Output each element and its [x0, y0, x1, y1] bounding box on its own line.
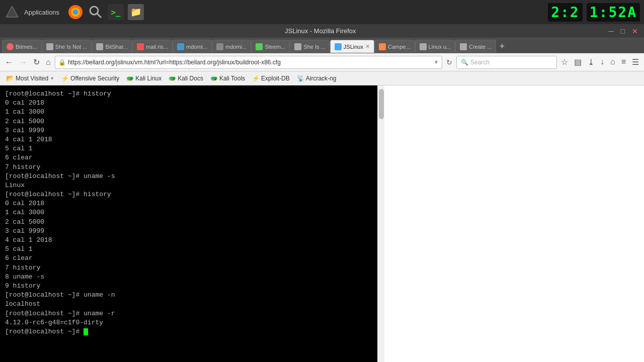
terminal-line: localhost: [5, 300, 372, 309]
search-placeholder: Search: [470, 59, 490, 66]
terminal-line: [root@localhost ~]# uname -n: [5, 291, 372, 300]
os-logo[interactable]: [4, 4, 20, 20]
svg-marker-0: [6, 6, 18, 17]
scrollbar[interactable]: [377, 85, 384, 362]
bookmarks-bar: 📂 Most Visited ▼ ⚡ Offensive Security 🐲 …: [0, 71, 644, 85]
terminal-line: 1 cal 3000: [5, 108, 372, 117]
minimize-button[interactable]: ─: [607, 27, 616, 35]
url-bar[interactable]: 🔒 https://bellard.org/jslinux/vm.html?ur…: [55, 56, 442, 69]
tab-campe[interactable]: Campe...: [374, 40, 415, 53]
apps-label[interactable]: Applications: [24, 9, 59, 16]
bookmark-kali-docs-label: Kali Docs: [178, 75, 203, 82]
search-bar[interactable]: 🔍 Search: [456, 56, 557, 69]
browser-content: [root@localhost ~]# history 0 cal 2018 1…: [0, 85, 644, 362]
pocket-icon[interactable]: ⤓: [586, 56, 596, 68]
svg-point-4: [90, 7, 98, 15]
terminal-line: [root@localhost ~]#: [5, 327, 372, 336]
bookmark-exploit-db[interactable]: ⚡ Exploit-DB: [249, 74, 293, 83]
terminal-line: 5 cal 1: [5, 245, 372, 254]
tab-bar: Bitmes... She Is Not ... BitShar... mail…: [0, 38, 644, 53]
tab-mail-ris[interactable]: mail.ris...: [132, 40, 173, 53]
terminal-line: 2 cal 5000: [5, 218, 372, 227]
titlebar-controls: ─ □ ✕: [607, 27, 640, 35]
menu-icon[interactable]: ☰: [630, 56, 641, 68]
terminal-line: 8 uname -s: [5, 273, 372, 282]
ssl-lock-icon: 🔒: [58, 59, 66, 66]
bookmark-most-visited[interactable]: 📂 Most Visited ▼: [3, 73, 57, 83]
address-bar: ← → ↻ ⌂ 🔒 https://bellard.org/jslinux/vm…: [0, 53, 644, 71]
reload-button[interactable]: ↻: [31, 57, 42, 67]
terminal-line: 4 cal 1 2018: [5, 135, 372, 144]
terminal-line: 2 cal 5000: [5, 117, 372, 126]
terminal-line: 1 cal 3000: [5, 208, 372, 217]
terminal-line: 3 cal 9999: [5, 227, 372, 236]
tab-bitmes[interactable]: Bitmes...: [2, 40, 42, 53]
search-icon: 🔍: [461, 59, 468, 66]
url-text: https://bellard.org/jslinux/vm.html?url=…: [68, 59, 432, 66]
terminal-line: 7 history: [5, 163, 372, 172]
terminal-line: [root@localhost ~]# uname -r: [5, 309, 372, 318]
download-icon[interactable]: ↓: [598, 56, 606, 68]
bookmark-kali-tools[interactable]: 🐲 Kali Tools: [207, 74, 248, 83]
scrollbar-thumb[interactable]: [379, 89, 384, 119]
home-nav-icon[interactable]: ⌂: [608, 56, 617, 68]
tab-close-jslinux[interactable]: ✕: [365, 43, 370, 50]
svg-line-5: [97, 14, 101, 18]
back-button[interactable]: ←: [3, 58, 15, 67]
tab-bitshar[interactable]: BitShar...: [92, 40, 132, 53]
terminal-line: 0 cal 2018: [5, 199, 372, 208]
terminal-line: 4 cal 1 2018: [5, 236, 372, 245]
terminal-line: 7 history: [5, 263, 372, 273]
search-app-icon[interactable]: [88, 4, 104, 20]
browser-titlebar: JSLinux - Mozilla Firefox ─ □ ✕: [0, 24, 644, 38]
tab-create[interactable]: Create ...: [455, 40, 496, 53]
url-dropdown-icon[interactable]: ▼: [434, 59, 439, 65]
refresh-button[interactable]: ↻: [444, 58, 454, 66]
terminal-line: [root@localhost ~]# history: [5, 89, 372, 99]
bookmark-kali-docs[interactable]: 🐲 Kali Docs: [166, 74, 206, 83]
terminal-line: 9 history: [5, 282, 372, 291]
tab-jslinux[interactable]: JSLinux ✕: [330, 40, 374, 53]
new-tab-button[interactable]: +: [496, 40, 508, 53]
restore-button[interactable]: □: [619, 27, 627, 35]
toolbar-icons: ☆ ▤ ⤓ ↓ ⌂ ≡ ☰: [559, 56, 641, 68]
tab-linux-u[interactable]: Linux u...: [415, 40, 456, 53]
bookmark-aircrack-ng-label: Aircrack-ng: [306, 75, 337, 82]
tab-mdomi1[interactable]: mdomi...: [173, 40, 212, 53]
terminal-app-icon[interactable]: >_: [108, 4, 124, 20]
terminal-line: 0 cal 2018: [5, 99, 372, 108]
files-app-icon[interactable]: 📁: [128, 4, 144, 20]
bookmark-kali-linux[interactable]: 🐲 Kali Linux: [123, 74, 165, 83]
terminal[interactable]: [root@localhost ~]# history 0 cal 2018 1…: [0, 85, 377, 362]
firefox-icon[interactable]: [67, 4, 84, 20]
terminal-line: [root@localhost ~]# uname -s: [5, 172, 372, 181]
most-visited-dropdown-icon: ▼: [50, 76, 54, 81]
tab-she-is[interactable]: She Is ...: [290, 40, 330, 53]
tab-steem[interactable]: Steem...: [251, 40, 290, 53]
tab-mdomi2[interactable]: mdomi...: [212, 40, 251, 53]
bookmark-offensive-security[interactable]: ⚡ Offensive Security: [58, 74, 122, 83]
close-button[interactable]: ✕: [630, 27, 640, 35]
reader-icon[interactable]: ≡: [619, 56, 628, 68]
terminal-line: 6 clear: [5, 254, 372, 263]
bookmark-kali-tools-label: Kali Tools: [219, 75, 245, 82]
terminal-line: 3 cal 9999: [5, 126, 372, 135]
forward-button[interactable]: →: [17, 58, 29, 67]
bookmark-exploit-db-label: Exploit-DB: [261, 75, 290, 82]
sidebar-icon[interactable]: ▤: [572, 56, 584, 68]
bookmark-most-visited-label: Most Visited: [16, 75, 48, 82]
terminal-line: Linux: [5, 181, 372, 190]
svg-point-3: [73, 10, 78, 15]
tab-she-is-not[interactable]: She Is Not ...: [42, 40, 92, 53]
clock-display: 2:2 1:52A: [548, 3, 640, 22]
bookmark-offensive-security-label: Offensive Security: [70, 75, 119, 82]
bookmark-aircrack-ng[interactable]: 📡 Aircrack-ng: [294, 74, 340, 83]
os-bar: Applications >_ 📁 2:2 1:52A: [0, 0, 644, 24]
terminal-line: 4.12.0-rc6-g48=c1f0-dirty: [5, 318, 372, 327]
clock-segment-1: 2:2: [548, 3, 583, 22]
star-icon[interactable]: ☆: [559, 56, 570, 68]
terminal-line: 6 clear: [5, 153, 372, 162]
home-button[interactable]: ⌂: [44, 58, 53, 67]
terminal-cursor: [84, 328, 88, 335]
bookmark-kali-linux-label: Kali Linux: [135, 75, 162, 82]
